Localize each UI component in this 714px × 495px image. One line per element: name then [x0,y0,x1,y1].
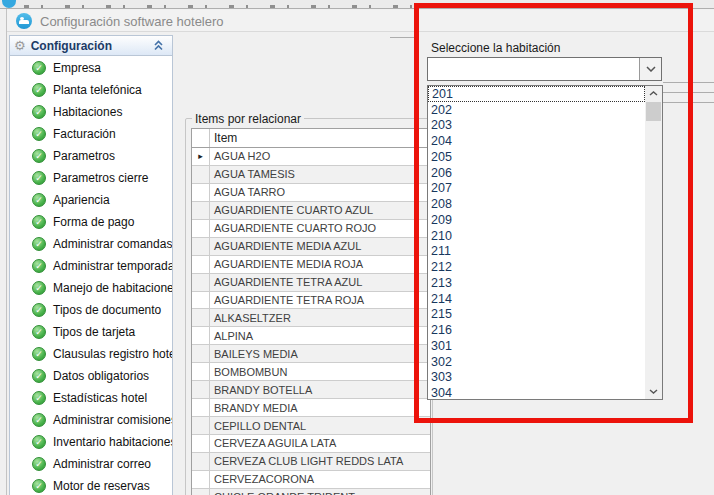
dropdown-option-207[interactable]: 207 [428,181,645,197]
table-row[interactable]: AGUARDIENTE MEDIA AZUL [192,238,430,256]
row-selector-cell[interactable] [192,327,210,344]
table-row[interactable]: CERVEZACORONA [192,471,430,489]
dropdown-option-205[interactable]: 205 [428,149,645,165]
sidebar-item-clausulas-registro-hotelero[interactable]: ✓Clausulas registro hotelero [10,343,172,365]
row-selector-cell[interactable] [192,166,210,183]
item-column-header[interactable]: Item [210,129,430,147]
combobox-dropdown-button[interactable] [639,58,661,80]
sidebar-item-empresa[interactable]: ✓Empresa [10,57,172,79]
check-icon: ✓ [32,347,46,361]
dropdown-option-213[interactable]: 213 [428,275,645,291]
table-row[interactable]: ALPINA [192,327,430,345]
dropdown-option-202[interactable]: 202 [428,102,645,118]
chevron-double-up-icon[interactable] [153,40,164,51]
table-row[interactable]: ▸AGUA H2O [192,148,430,166]
sidebar-item-tipos-de-tarjeta[interactable]: ✓Tipos de tarjeta [10,321,172,343]
table-row[interactable]: BAILEYS MEDIA [192,345,430,363]
row-selector-cell[interactable] [192,453,210,470]
item-cell: ALKASELTZER [210,309,430,326]
table-row[interactable]: BRANDY BOTELLA [192,381,430,399]
item-cell: CERVEZA CLUB LIGHT REDDS LATA [210,453,430,470]
row-selector-cell[interactable] [192,381,210,398]
table-row[interactable]: AGUARDIENTE CUARTO ROJO [192,220,430,238]
item-cell: CERVEZACORONA [210,471,430,488]
table-row[interactable]: CHICLE GRANDE TRIDENT [192,489,430,495]
row-selector-cell[interactable] [192,184,210,201]
sidebar-item-forma-de-pago[interactable]: ✓Forma de pago [10,211,172,233]
dropdown-option-210[interactable]: 210 [428,228,645,244]
sidebar-item-estadisticas-hotel[interactable]: ✓Estadísticas hotel [10,387,172,409]
dropdown-option-204[interactable]: 204 [428,133,645,149]
table-row[interactable]: AGUA TARRO [192,184,430,202]
row-selector-cell[interactable] [192,471,210,488]
sidebar-item-administrar-comandas[interactable]: ✓Administrar comandas [10,233,172,255]
dropdown-option-302[interactable]: 302 [428,354,645,370]
row-selector-cell[interactable] [192,417,210,434]
sidebar-item-label: Motor de reservas [53,479,150,493]
row-selector-cell[interactable] [192,399,210,416]
dropdown-option-209[interactable]: 209 [428,212,645,228]
sidebar-item-inventario-habitaciones[interactable]: ✓Inventario habitaciones [10,431,172,453]
table-row[interactable]: AGUARDIENTE TETRA AZUL [192,274,430,292]
background-app-icon [2,0,16,8]
row-selector-cell[interactable] [192,220,210,237]
row-selector-cell[interactable] [192,256,210,273]
dropdown-option-206[interactable]: 206 [428,165,645,181]
row-selector-cell[interactable] [192,292,210,309]
table-row[interactable]: CERVEZA CLUB LIGHT REDDS LATA [192,453,430,471]
row-selector-cell[interactable] [192,309,210,326]
sidebar-item-motor-de-reservas[interactable]: ✓Motor de reservas [10,475,172,495]
sidebar-item-administrar-temporadas[interactable]: ✓Administrar temporadas [10,255,172,277]
sidebar-item-datos-obligatorios[interactable]: ✓Datos obligatorios [10,365,172,387]
dropdown-option-214[interactable]: 214 [428,291,645,307]
row-selector-cell[interactable] [192,274,210,291]
dropdown-option-203[interactable]: 203 [428,118,645,134]
dropdown-option-304[interactable]: 304 [428,385,645,399]
dropdown-option-303[interactable]: 303 [428,370,645,386]
sidebar-item-planta-telefonica[interactable]: ✓Planta telefónica [10,79,172,101]
sidebar-item-label: Administrar comisiones [53,413,172,427]
table-row[interactable]: AGUA TAMESIS [192,166,430,184]
sidebar-item-tipos-de-documento[interactable]: ✓Tipos de documento [10,299,172,321]
item-cell: BRANDY BOTELLA [210,381,430,398]
row-selector-cell[interactable] [192,363,210,380]
room-combobox[interactable] [427,57,662,81]
table-row[interactable]: AGUARDIENTE MEDIA ROJA [192,256,430,274]
table-row[interactable]: AGUARDIENTE TETRA ROJA [192,292,430,310]
row-selector-cell[interactable] [192,435,210,452]
background-line [390,37,417,38]
row-selector-cell[interactable] [192,489,210,495]
scrollbar-thumb[interactable] [646,102,661,121]
dropdown-option-301[interactable]: 301 [428,338,645,354]
dropdown-option-211[interactable]: 211 [428,244,645,260]
sidebar-item-habitaciones[interactable]: ✓Habitaciones [10,101,172,123]
table-row[interactable]: AGUARDIENTE CUARTO AZUL [192,202,430,220]
sidebar-item-parametros-cierre[interactable]: ✓Parametros cierre [10,167,172,189]
dropdown-options: 2012022032042052062072082092102112122132… [428,86,645,399]
row-selector-cell[interactable] [192,238,210,255]
dropdown-option-216[interactable]: 216 [428,322,645,338]
row-selector-cell[interactable] [192,202,210,219]
table-row[interactable]: BRANDY MEDIA [192,399,430,417]
row-selector-cell[interactable] [192,345,210,362]
sidebar-item-parametros[interactable]: ✓Parametros [10,145,172,167]
sidebar-item-administrar-correo[interactable]: ✓Administrar correo [10,453,172,475]
sidebar-item-apariencia[interactable]: ✓Apariencia [10,189,172,211]
sidebar-item-manejo-de-habitaciones[interactable]: ✓Manejo de habitaciones [10,277,172,299]
dropdown-option-201[interactable]: 201 [428,86,645,102]
dropdown-option-215[interactable]: 215 [428,307,645,323]
dropdown-option-212[interactable]: 212 [428,259,645,275]
item-cell: CERVEZA AGUILA LATA [210,435,430,452]
dropdown-option-208[interactable]: 208 [428,196,645,212]
table-row[interactable]: ALKASELTZER [192,309,430,327]
row-selector-arrow-icon[interactable]: ▸ [192,148,210,165]
table-row[interactable]: CERVEZA AGUILA LATA [192,435,430,453]
table-row[interactable]: BOMBOMBUN [192,363,430,381]
sidebar-item-facturacion[interactable]: ✓Facturación [10,123,172,145]
sidebar-item-administrar-comisiones[interactable]: ✓Administrar comisiones [10,409,172,431]
table-row[interactable]: CEPILLO DENTAL [192,417,430,435]
scroll-down-button[interactable] [645,384,662,399]
dropdown-scrollbar[interactable] [645,86,662,399]
sidebar-header[interactable]: ⚙ Configuración [10,36,172,56]
scroll-up-button[interactable] [645,86,662,101]
